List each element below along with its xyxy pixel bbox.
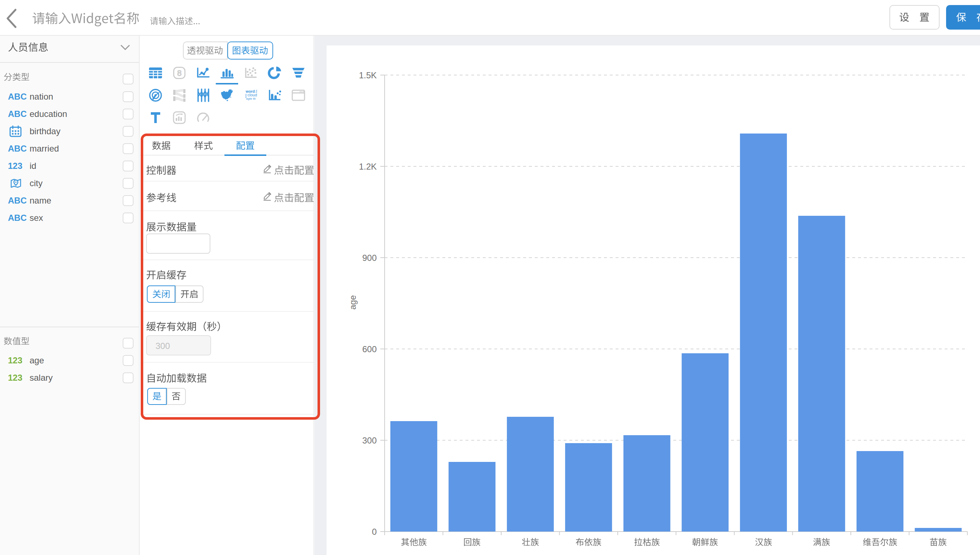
svg-text:8: 8 — [177, 69, 181, 78]
svg-text:agile Bi: agile Bi — [246, 97, 255, 100]
svg-text:900: 900 — [362, 253, 377, 263]
svg-text:600: 600 — [362, 344, 377, 354]
svg-text:big: big — [255, 90, 258, 93]
svg-text:300: 300 — [362, 436, 377, 445]
svg-text:1.5K: 1.5K — [359, 71, 377, 80]
svg-text:age: age — [348, 295, 357, 310]
svg-text:1.2K: 1.2K — [359, 162, 377, 172]
svg-text:cloud: cloud — [248, 93, 257, 97]
svg-text:0: 0 — [372, 527, 377, 537]
